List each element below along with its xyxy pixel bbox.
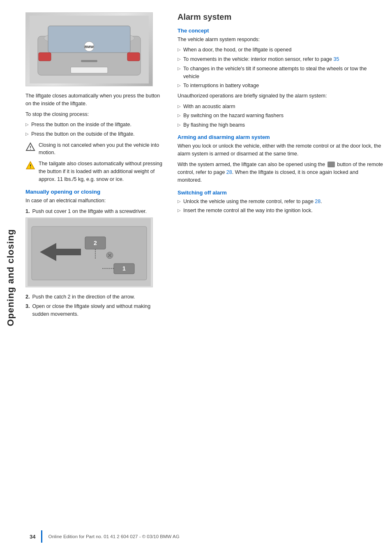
- right-column: Alarm system The concept The vehicle ala…: [173, 12, 384, 320]
- tri-icon-4: ▷: [178, 82, 181, 88]
- concept-heading: The concept: [178, 28, 384, 34]
- sidebar-label: Opening and closing: [5, 229, 16, 326]
- manual-step-2: 2. Push the catch 2 in the direction of …: [25, 293, 165, 301]
- manual-intro: In case of an electrical malfunction:: [25, 197, 165, 205]
- concept-bullets-list: ▷ When a door, the hood, or the liftgate…: [178, 46, 384, 90]
- unauthorized-bullets-list: ▷ With an acoustic alarm ▷ By switching …: [178, 103, 384, 129]
- arming-text-1: When you lock or unlock the vehicle, eit…: [178, 142, 384, 158]
- svg-rect-19: [56, 249, 81, 255]
- liftgate-image: BMW: [25, 12, 153, 86]
- concept-bullet-1: ▷ When a door, the hood, or the liftgate…: [178, 46, 384, 54]
- tri-icon-8: ▷: [178, 198, 181, 204]
- arming-text-2: With the system armed, the liftgate can …: [178, 161, 384, 185]
- stop-bullets-list: ▷ Press the button on the inside of the …: [25, 121, 165, 138]
- svg-rect-9: [81, 60, 97, 62]
- car-illustration: BMW: [30, 16, 149, 83]
- tri-icon-2: ▷: [178, 56, 181, 62]
- warning-icon: [25, 161, 35, 171]
- sidebar: Opening and closing: [0, 0, 21, 555]
- warning-text-1: The tailgate also closes automatically w…: [39, 160, 165, 183]
- footer-copyright: Online Edition for Part no. 01 41 2 604 …: [48, 534, 179, 539]
- svg-point-12: [30, 149, 31, 150]
- stop-label: To stop the closing process:: [25, 111, 165, 118]
- concept-intro: The vehicle alarm system responds:: [178, 36, 384, 44]
- diagram-image: 2 1: [25, 217, 153, 287]
- footer: 34 Online Edition for Part no. 01 41 2 6…: [21, 530, 392, 543]
- manual-heading: Manually opening or closing: [25, 189, 165, 195]
- switching-bullet-1: ▷ Unlock the vehicle using the remote co…: [178, 198, 384, 206]
- page-number: 34: [30, 534, 35, 540]
- concept-bullet-4: ▷ To interruptions in battery voltage: [178, 82, 384, 90]
- manual-step-1: 1. Push out cover 1 on the liftgate with…: [25, 208, 165, 215]
- unauth-bullet-1: ▷ With an acoustic alarm: [178, 103, 384, 111]
- svg-text:BMW: BMW: [85, 45, 94, 49]
- diagram-illustration: 2 1: [28, 218, 151, 286]
- concept-bullet-3: ▷ To changes in the vehicle's tilt if so…: [178, 65, 384, 81]
- svg-text:2: 2: [94, 240, 97, 246]
- unauthorized-text: Unauthorized operations are briefly sign…: [178, 92, 384, 100]
- footer-divider: [41, 530, 42, 543]
- tri-icon-7: ▷: [178, 122, 181, 128]
- svg-rect-4: [39, 53, 51, 61]
- arrow-icon-1: ▷: [25, 121, 29, 127]
- tri-icon-3: ▷: [178, 65, 181, 72]
- svg-rect-5: [127, 53, 140, 61]
- concept-bullet-2: ▷ To movements in the vehicle: interior …: [178, 56, 384, 63]
- unauth-bullet-3: ▷ By flashing the high beams: [178, 121, 384, 129]
- tri-icon-6: ▷: [178, 112, 181, 118]
- svg-text:1: 1: [122, 265, 126, 272]
- tri-icon-1: ▷: [178, 46, 181, 53]
- tri-icon-5: ▷: [178, 103, 181, 109]
- stop-bullet-1: ▷ Press the button on the inside of the …: [25, 121, 165, 129]
- note-icon: [25, 142, 35, 152]
- stop-bullet-2: ▷ Press the button on the outside of the…: [25, 130, 165, 138]
- unauth-bullet-2: ▷ By switching on the hazard warning fla…: [178, 112, 384, 120]
- alarm-system-title: Alarm system: [178, 12, 384, 22]
- left-column: BMW The liftgate closes automatically wh…: [25, 12, 165, 320]
- switching-heading: Switching off alarm: [178, 190, 384, 196]
- svg-rect-6: [71, 67, 108, 73]
- arrow-icon-2: ▷: [25, 131, 29, 137]
- arming-heading: Arming and disarming alarm system: [178, 134, 384, 140]
- tri-icon-9: ▷: [178, 207, 181, 213]
- manual-steps-list: 1. Push out cover 1 on the liftgate with…: [25, 208, 165, 215]
- svg-point-15: [30, 167, 31, 168]
- switching-bullet-2: ▷ Insert the remote control all the way …: [178, 207, 384, 215]
- liftgate-intro-text: The liftgate closes automatically when y…: [25, 92, 165, 108]
- warning-box-1: The tailgate also closes automatically w…: [25, 160, 165, 183]
- note-box-1: Closing is not canceled when you put the…: [25, 141, 165, 157]
- remote-button-icon: [327, 162, 335, 167]
- note-text-1: Closing is not canceled when you put the…: [39, 141, 165, 157]
- manual-steps-list-2: 2. Push the catch 2 in the direction of …: [25, 293, 165, 318]
- manual-step-3: 3. Open or close the liftgate slowly and…: [25, 303, 165, 318]
- switching-bullets-list: ▷ Unlock the vehicle using the remote co…: [178, 198, 384, 215]
